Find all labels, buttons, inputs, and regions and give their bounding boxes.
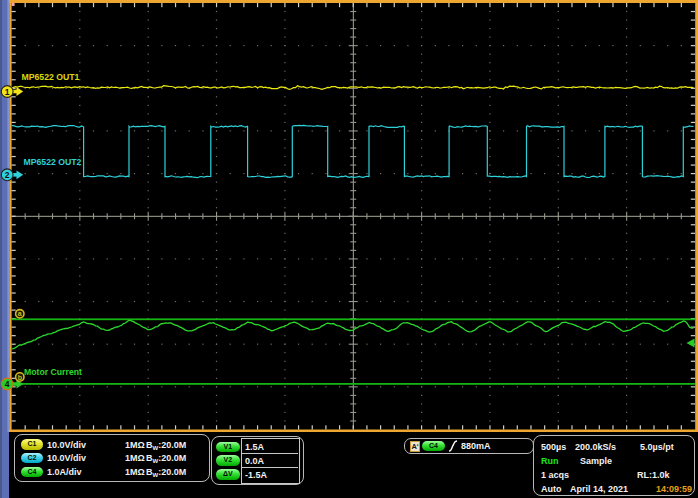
svg-text:4: 4 <box>5 379 10 389</box>
svg-text:Motor Current: Motor Current <box>24 367 82 377</box>
svg-text:MP6522 OUT2: MP6522 OUT2 <box>24 157 82 167</box>
svg-text:a: a <box>18 310 22 317</box>
svg-text:1: 1 <box>5 87 10 97</box>
svg-text:2: 2 <box>5 170 10 180</box>
svg-text:b: b <box>18 374 22 381</box>
svg-text:MP6522 OUT1: MP6522 OUT1 <box>22 72 80 82</box>
